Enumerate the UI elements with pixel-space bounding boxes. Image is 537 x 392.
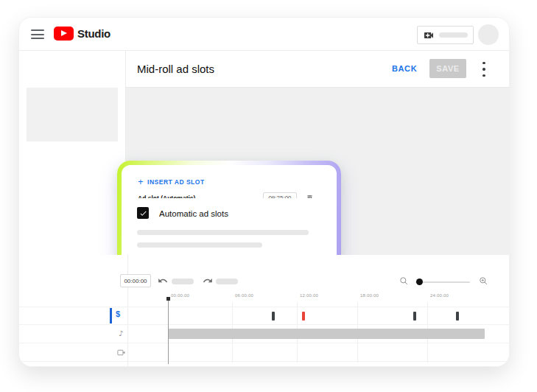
ad-slot-marker[interactable]	[272, 312, 275, 321]
create-video-button[interactable]	[417, 26, 474, 44]
redo-button[interactable]	[203, 276, 213, 286]
placeholder-bar	[439, 32, 468, 38]
timeline-section: 00:00:00 06:00:00 12:00:00 18:00:00 24:0…	[19, 255, 509, 367]
hamburger-menu-icon[interactable]	[31, 29, 44, 39]
youtube-logo-icon[interactable]	[54, 27, 74, 41]
sidebar-header-spacer	[19, 51, 126, 88]
current-time-input[interactable]	[120, 274, 151, 287]
undo-icon	[158, 276, 168, 286]
save-button[interactable]: SAVE	[429, 59, 466, 78]
insert-ad-slot-label: INSERT AD SLOT	[147, 178, 205, 186]
ruler-tick-label: 00:00:00	[171, 293, 189, 298]
sidebar	[19, 88, 126, 255]
zoom-in-button[interactable]	[479, 276, 488, 286]
app-window: Studio Mid-roll ad slots BACK SAVE + INS…	[18, 17, 510, 367]
music-note-icon[interactable]: ♪	[119, 329, 123, 337]
selected-track-accent	[110, 308, 112, 323]
timeline-zoom-slider-thumb[interactable]	[416, 279, 423, 285]
placeholder-bar	[137, 230, 309, 235]
zoom-out-button[interactable]	[399, 276, 409, 286]
back-button[interactable]: BACK	[392, 64, 417, 73]
magnifier-icon	[399, 276, 409, 286]
automatic-ad-slots-label: Automatic ad slots	[159, 209, 228, 218]
options-section: Automatic ad slots	[126, 198, 329, 255]
check-icon	[139, 209, 147, 217]
playhead-handle[interactable]	[166, 297, 170, 301]
ad-slot-marker[interactable]	[413, 312, 416, 321]
placeholder-bar	[137, 242, 262, 248]
video-thumbnail-placeholder	[27, 88, 118, 141]
film-icon[interactable]	[116, 348, 126, 357]
playhead-line[interactable]	[168, 299, 169, 364]
topbar: Studio	[19, 18, 509, 51]
create-video-icon	[423, 29, 435, 41]
ruler-tick-label: 12:00:00	[300, 293, 318, 298]
plus-icon: +	[138, 178, 144, 185]
insert-ad-slot-button[interactable]: + INSERT AD SLOT	[138, 178, 205, 186]
automatic-ad-slots-checkbox[interactable]	[137, 207, 149, 219]
ruler-tick-label: 06:00:00	[235, 293, 253, 298]
page-title: Mid-roll ad slots	[137, 63, 214, 75]
magnifier-plus-icon	[479, 276, 488, 286]
header: Mid-roll ad slots BACK SAVE	[19, 51, 509, 88]
timeline-zoom-slider[interactable]	[415, 281, 470, 283]
audio-clip-bar[interactable]	[169, 329, 485, 339]
track-row-video[interactable]	[19, 343, 510, 362]
brand-title: Studio	[77, 27, 110, 40]
ad-slot-marker-selected[interactable]	[302, 312, 305, 321]
ruler-tick-label: 18:00:00	[360, 293, 379, 298]
avatar[interactable]	[478, 24, 499, 45]
more-options-kebab-icon[interactable]	[480, 61, 488, 77]
undo-button[interactable]	[158, 276, 168, 286]
redo-icon	[203, 276, 213, 286]
placeholder-bar	[216, 279, 238, 284]
content-region: + INSERT AD SLOT Ad slot (Automatic) Ad …	[19, 88, 509, 255]
placeholder-bar	[172, 279, 194, 284]
dollar-icon[interactable]: $	[116, 309, 120, 318]
track-row-ad-slots[interactable]	[19, 307, 510, 325]
ad-slot-marker[interactable]	[456, 312, 459, 321]
ruler-tick-label: 24:00:00	[430, 293, 449, 298]
